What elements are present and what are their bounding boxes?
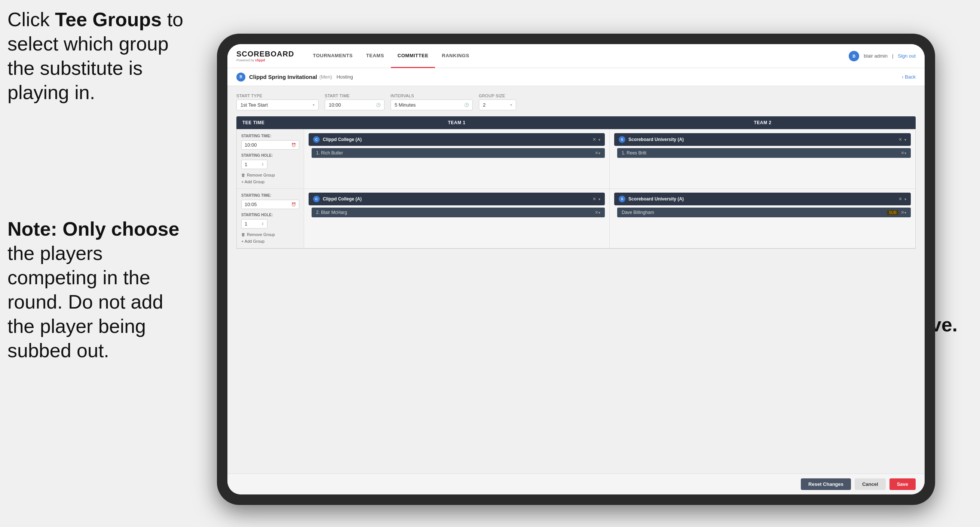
intervals-label: Intervals xyxy=(390,94,473,98)
team-4-name: Scoreboard University (A) xyxy=(628,196,896,202)
nav-separator: | xyxy=(892,53,893,59)
player-dave-remove-icon[interactable]: ✕ xyxy=(901,210,904,215)
player-rees-britt: 1. Rees Britt xyxy=(622,150,901,156)
groups-container: STARTING TIME: 10:00 ⏰ STARTING HOLE: 1 … xyxy=(236,129,916,249)
team-4-actions: ✕ ▾ xyxy=(899,196,906,202)
add-group-button-2[interactable]: + Add Group xyxy=(241,239,299,244)
group-1-team2-cell: S Scoreboard University (A) ✕ ▾ 1. Rees … xyxy=(610,129,915,188)
cancel-button[interactable]: Cancel xyxy=(855,478,886,490)
remove-group-button-2[interactable]: 🗑 Remove Group xyxy=(241,232,299,237)
nav-committee[interactable]: COMMITTEE xyxy=(391,44,435,68)
logo-area: SCOREBOARD Powered by clippd xyxy=(236,50,294,62)
team-1-dot: C xyxy=(313,136,320,143)
table-header: Tee Time Team 1 Team 2 xyxy=(236,116,916,129)
start-time-input[interactable]: 10:00 🕐 xyxy=(325,99,385,110)
save-button[interactable]: Save xyxy=(889,478,916,490)
tablet-frame: SCOREBOARD Powered by clippd TOURNAMENTS… xyxy=(217,33,935,505)
spinner-icon-2: ⇕ xyxy=(261,222,264,226)
player-entry-dave[interactable]: Dave Billingham SUB ✕ ▾ xyxy=(617,208,911,217)
hole-input-2[interactable]: 1 ⇕ xyxy=(241,219,267,229)
team-4-entry[interactable]: S Scoreboard University (A) ✕ ▾ xyxy=(614,193,911,205)
player-rich-butler: 1. Rich Butler xyxy=(316,150,595,156)
group-size-input[interactable]: 2 ▾ xyxy=(479,99,516,110)
player-entry-blair[interactable]: 2. Blair McHarg ✕ ▾ xyxy=(312,208,605,217)
logo-powered: Powered by clippd xyxy=(236,58,294,62)
clock-icon-3: ⏰ xyxy=(291,143,296,147)
team-4-expand-icon[interactable]: ▾ xyxy=(904,197,906,201)
time-input-2[interactable]: 10:05 ⏰ xyxy=(241,200,299,209)
logo-scoreboard: SCOREBOARD xyxy=(236,50,294,58)
back-button[interactable]: ‹ Back xyxy=(902,74,916,80)
team-1-name: Clippd College (A) xyxy=(323,137,590,142)
player-rich-remove-icon[interactable]: ✕ xyxy=(595,150,598,156)
team-2-name: Scoreboard University (A) xyxy=(628,137,896,142)
player-rees-remove-icon[interactable]: ✕ xyxy=(901,150,904,156)
team-2-entry[interactable]: S Scoreboard University (A) ✕ ▾ xyxy=(614,133,911,146)
group-size-label: Group Size xyxy=(479,94,516,98)
sign-out-link[interactable]: Sign out xyxy=(898,53,916,59)
player-entry-rich[interactable]: 1. Rich Butler ✕ ▾ xyxy=(312,148,605,158)
remove-group-button-1[interactable]: 🗑 Remove Group xyxy=(241,173,299,177)
start-type-group: Start Type 1st Tee Start ▾ xyxy=(236,94,319,110)
clock-icon-2: 🕐 xyxy=(464,103,469,107)
nav-teams[interactable]: TEAMS xyxy=(360,44,391,68)
user-name: blair admin xyxy=(864,53,888,59)
player-blair-chevron: ▾ xyxy=(598,210,600,215)
reset-changes-button[interactable]: Reset Changes xyxy=(801,478,851,490)
main-content: Start Type 1st Tee Start ▾ Start Time 10… xyxy=(228,86,924,473)
logo-clippd: clippd xyxy=(255,58,265,62)
note-text: Note: Only choose the players competing … xyxy=(8,217,179,363)
start-type-input[interactable]: 1st Tee Start ▾ xyxy=(236,99,319,110)
team1-header: Team 1 xyxy=(304,116,610,129)
starting-time-label-1: STARTING TIME: xyxy=(241,134,299,138)
spinner-icon-1: ⇕ xyxy=(261,162,264,166)
player-rees-chevron: ▾ xyxy=(904,151,906,155)
clock-icon-4: ⏰ xyxy=(291,202,296,207)
team-3-actions: ✕ ▾ xyxy=(592,196,600,202)
team-1-entry[interactable]: C Clippd College (A) ✕ ▾ xyxy=(309,133,605,146)
team-2-remove-icon[interactable]: ✕ xyxy=(899,137,902,142)
sub-badge: SUB xyxy=(887,210,899,215)
settings-row: Start Type 1st Tee Start ▾ Start Time 10… xyxy=(236,94,916,110)
team-1-remove-icon[interactable]: ✕ xyxy=(592,137,596,142)
hole-input-1[interactable]: 1 ⇕ xyxy=(241,160,267,169)
tablet-screen: SCOREBOARD Powered by clippd TOURNAMENTS… xyxy=(228,44,924,494)
team-1-actions: ✕ ▾ xyxy=(592,137,600,142)
player-blair-remove-icon[interactable]: ✕ xyxy=(595,210,598,215)
time-input-1[interactable]: 10:00 ⏰ xyxy=(241,140,299,150)
tee-time-header: Tee Time xyxy=(236,116,304,129)
team-3-name: Clippd College (A) xyxy=(323,196,590,202)
team-1-expand-icon[interactable]: ▾ xyxy=(598,138,600,142)
nav-right: B blair admin | Sign out xyxy=(849,51,916,61)
nav-rankings[interactable]: RANKINGS xyxy=(435,44,476,68)
action-bar: Reset Changes Cancel Save xyxy=(228,473,924,494)
subheader: B Clippd Spring Invitational (Men) Hosti… xyxy=(228,68,924,86)
team-3-remove-icon[interactable]: ✕ xyxy=(592,196,596,202)
intervals-input[interactable]: 5 Minutes 🕐 xyxy=(390,99,473,110)
user-avatar: B xyxy=(849,51,859,61)
nav-tournaments[interactable]: TOURNAMENTS xyxy=(306,44,359,68)
starting-time-label-2: STARTING TIME: xyxy=(241,193,299,197)
group-1-team1-cell: C Clippd College (A) ✕ ▾ 1. Rich Butler … xyxy=(304,129,610,188)
chevron-down-icon: ▾ xyxy=(313,103,315,107)
group-row-2: STARTING TIME: 10:05 ⏰ STARTING HOLE: 1 … xyxy=(237,189,915,248)
team-4-dot: S xyxy=(619,196,625,202)
hosting-label: Hosting xyxy=(337,74,353,80)
player-entry-rees[interactable]: 1. Rees Britt ✕ ▾ xyxy=(617,148,911,158)
team-2-expand-icon[interactable]: ▾ xyxy=(904,138,906,142)
team-4-remove-icon[interactable]: ✕ xyxy=(899,196,902,202)
player-dave-chevron: ▾ xyxy=(904,210,906,215)
start-type-label: Start Type xyxy=(236,94,319,98)
add-group-button-1[interactable]: + Add Group xyxy=(241,180,299,184)
group-1-left: STARTING TIME: 10:00 ⏰ STARTING HOLE: 1 … xyxy=(237,129,304,188)
trash-icon-2: 🗑 xyxy=(241,232,245,237)
team-3-expand-icon[interactable]: ▾ xyxy=(598,197,600,201)
trash-icon-1: 🗑 xyxy=(241,173,245,177)
starting-hole-label-1: STARTING HOLE: xyxy=(241,153,299,158)
team-3-entry[interactable]: C Clippd College (A) ✕ ▾ xyxy=(309,193,605,205)
player-dave-billingham: Dave Billingham xyxy=(622,210,887,215)
team2-header: Team 2 xyxy=(610,116,916,129)
clock-icon: 🕐 xyxy=(376,103,380,107)
start-time-label: Start Time xyxy=(325,94,385,98)
men-label: (Men) xyxy=(320,74,332,80)
